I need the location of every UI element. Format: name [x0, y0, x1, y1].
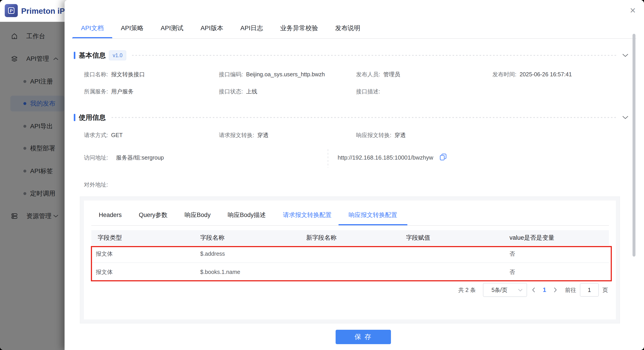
access-url-row: http://192.168.16.185:10001/bwzhyw [338, 153, 446, 163]
app-screen: P Primeton iP 工作台 API管理 API注册 我的发布 API导出 [0, 0, 644, 350]
logo-letter: P [8, 8, 14, 14]
tab-publish-notes[interactable]: 发布说明 [335, 18, 360, 38]
column-header: 字段类型 [98, 230, 122, 245]
section-title: 基本信息 [79, 51, 106, 60]
tab-headers[interactable]: Headers [99, 205, 122, 225]
section-dotted-divider [132, 55, 616, 56]
current-page[interactable]: 1 [543, 286, 546, 293]
column-header: value是否是变量 [510, 230, 554, 245]
field-publisher: 发布人员:管理员 [356, 70, 400, 79]
tab-response-body[interactable]: 响应Body [185, 205, 211, 225]
section-title: 使用信息 [79, 113, 106, 122]
goto-label: 前往 [565, 286, 576, 294]
tab-api-doc[interactable]: API文档 [81, 18, 104, 38]
page-unit-label: 页 [602, 286, 608, 294]
field-publish-time: 发布时间:2025-06-26 16:57:41 [492, 70, 572, 79]
column-header: 字段赋值 [406, 230, 430, 245]
field-api-status: 接口状态:上线 [219, 87, 257, 96]
sidebar-brand: P Primeton iP [0, 0, 64, 22]
close-icon[interactable]: × [626, 4, 639, 17]
brand-name: Primeton iP [21, 0, 64, 22]
pagination: 共 2 条 5条/页 1 前往 页 [458, 283, 608, 297]
tab-response-body-desc[interactable]: 响应Body描述 [228, 205, 266, 225]
version-badge: v1.0 [109, 51, 126, 60]
tab-api-test[interactable]: API测试 [160, 18, 183, 38]
panel-tabbar-divider [91, 225, 609, 226]
chevron-down-icon[interactable] [622, 54, 628, 57]
field-response-transform: 响应报文转换:穿透 [356, 131, 406, 140]
field-request-transform: 请求报文转换:穿透 [219, 131, 268, 140]
column-header: 新字段名称 [306, 230, 336, 245]
section-dotted-divider [112, 117, 616, 118]
basic-info-section-header: 基本信息 v1.0 [74, 50, 628, 61]
panel-tabbar: Headers Query参数 响应Body 响应Body描述 请求报文转换配置… [99, 205, 397, 225]
page-size-select[interactable]: 5条/页 [483, 283, 527, 297]
table-row[interactable]: 报文体 $.books.1.name 否 [91, 263, 609, 281]
chevron-down-icon [518, 289, 522, 291]
section-accent-bar [74, 52, 75, 59]
table-header-row: 字段类型 字段名称 新字段名称 字段赋值 value是否是变量 [91, 230, 609, 245]
next-page-button[interactable] [552, 283, 559, 297]
transform-config-panel: Headers Query参数 响应Body 响应Body描述 请求报文转换配置… [80, 196, 620, 323]
prev-page-button[interactable] [530, 283, 537, 297]
modal-mask[interactable] [0, 22, 64, 350]
drawer-tabbar: API文档 API策略 API测试 API版本 API日志 业务异常校验 发布说… [81, 18, 360, 38]
scrollbar-thumb[interactable] [632, 34, 636, 257]
copy-icon[interactable] [440, 154, 446, 161]
tab-response-transform-config[interactable]: 响应报文转换配置 [349, 205, 397, 225]
table-row[interactable]: 报文体 $.address 否 [91, 245, 609, 263]
field-api-name: 接口名称:报文转换接口 [84, 70, 145, 79]
tab-business-exception-check[interactable]: 业务异常校验 [280, 18, 318, 38]
api-detail-drawer: × API文档 API策略 API测试 API版本 API日志 业务异常校验 发… [64, 0, 644, 350]
chevron-left-icon [532, 287, 535, 293]
tabbar-divider [73, 38, 636, 39]
column-header: 字段名称 [200, 230, 224, 245]
save-button[interactable]: 保 存 [336, 330, 391, 344]
field-service: 所属服务:用户服务 [84, 87, 134, 96]
section-accent-bar [74, 114, 75, 121]
chevron-right-icon [554, 287, 557, 293]
tab-api-version[interactable]: API版本 [200, 18, 223, 38]
pagination-total: 共 2 条 [458, 286, 476, 294]
field-request-method: 请求方式:GET [84, 131, 122, 140]
usage-info-section-header: 使用信息 [74, 112, 628, 123]
vertical-dashed-divider [328, 149, 328, 168]
chevron-down-icon[interactable] [622, 116, 628, 119]
field-access-address: 访问地址:服务器/组:sergroup [84, 153, 164, 162]
field-external-address: 对外地址: [84, 180, 111, 189]
primeton-logo-icon: P [5, 4, 18, 17]
tab-api-log[interactable]: API日志 [240, 18, 263, 38]
goto-page-input[interactable] [580, 283, 599, 297]
field-api-code: 接口编码:Beijing.oa_sys.users_http.bwzh [219, 70, 325, 79]
tab-api-policy[interactable]: API策略 [121, 18, 144, 38]
tab-request-transform-config[interactable]: 请求报文转换配置 [283, 205, 332, 225]
access-url: http://192.168.16.185:10001/bwzhyw [338, 154, 433, 161]
field-api-description: 接口描述: [356, 87, 383, 96]
tab-query-params[interactable]: Query参数 [139, 205, 168, 225]
